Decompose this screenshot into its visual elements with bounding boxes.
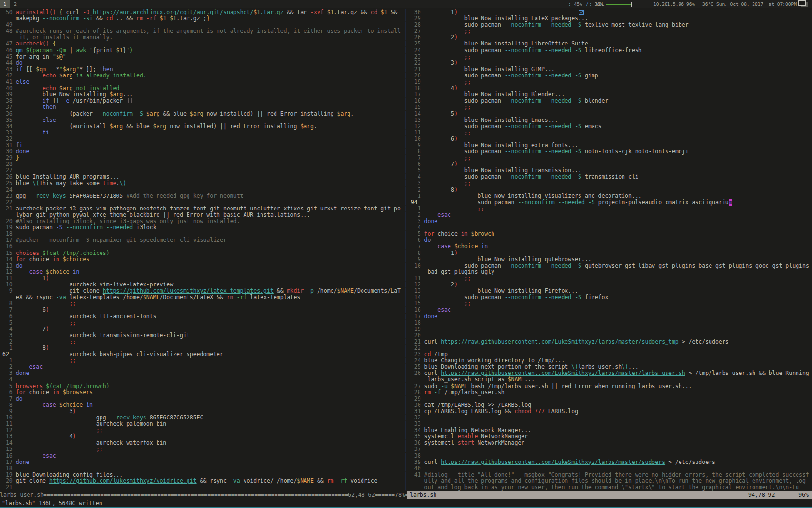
line-number: 45 bbox=[2, 53, 16, 60]
volume-slider-handle[interactable] bbox=[631, 2, 632, 7]
line-number bbox=[411, 376, 424, 383]
line-number: 16 bbox=[411, 306, 424, 313]
line-number bbox=[411, 484, 424, 491]
line-number: 41 bbox=[411, 471, 424, 478]
line-number: 37 bbox=[2, 104, 16, 110]
code-row: | 31 cp /LARBS.log LARBS.log && chmod 77… bbox=[404, 408, 812, 415]
split-separator: | bbox=[404, 173, 411, 180]
code-row: | 3 ;; bbox=[404, 180, 812, 187]
code-row: 38 if [[ -e /usr/bin/packer ]] bbox=[2, 98, 406, 104]
line-number: 13 bbox=[2, 433, 16, 440]
code-row: 17 done bbox=[2, 459, 406, 465]
line-number: 29 bbox=[2, 154, 16, 161]
code-row: 42 echo $arg is already installed. bbox=[2, 73, 406, 79]
split-separator: | bbox=[404, 262, 411, 269]
line-number: 17 bbox=[2, 459, 16, 465]
line-number: 29 bbox=[411, 395, 424, 402]
split-separator: | bbox=[404, 186, 411, 193]
code-row: 36 (packer --noconfirm -S $arg && blue $… bbox=[2, 111, 406, 117]
code-row: 2 esac bbox=[2, 364, 406, 370]
line-number: 21 bbox=[411, 66, 424, 73]
split-separator: | bbox=[404, 60, 411, 66]
line-number: 17 bbox=[2, 237, 16, 243]
line-number: 9 bbox=[411, 142, 424, 149]
line-number: 15 bbox=[411, 104, 424, 110]
line-number: 7 bbox=[2, 395, 16, 402]
line-number: 13 bbox=[2, 262, 16, 269]
line-number: 33 bbox=[411, 420, 424, 427]
line-number bbox=[411, 269, 424, 275]
line-number: 33 bbox=[2, 129, 16, 136]
split-separator: | bbox=[404, 383, 411, 389]
line-number: 16 bbox=[2, 243, 16, 250]
split-separator: | bbox=[404, 148, 411, 155]
line-number: 8 bbox=[2, 300, 16, 307]
statusline-active: larbs.sh 94,78-92 96% bbox=[407, 491, 812, 499]
line-number: 38 bbox=[2, 97, 16, 104]
split-separator: | bbox=[404, 427, 411, 433]
code-row: 8 ;; bbox=[2, 300, 406, 307]
line-number: 12 bbox=[411, 281, 424, 288]
line-number: 8 bbox=[411, 148, 424, 155]
code-row: | 16 esac bbox=[404, 307, 812, 313]
line-number: 24 bbox=[411, 357, 424, 364]
statusline-cursor-position: 94,78-92 bbox=[748, 491, 775, 499]
statusline-filename: larbs.sh bbox=[410, 491, 436, 499]
systray-monitor-icon[interactable] bbox=[798, 0, 809, 8]
line-number: 23 bbox=[411, 53, 424, 60]
split-separator: | bbox=[404, 154, 411, 161]
line-number: 10 bbox=[2, 414, 16, 421]
line-number: 26 bbox=[411, 34, 424, 41]
code-row: 17 #packer --noconfirm -S ncpamixer-git … bbox=[2, 237, 406, 243]
split-separator: | bbox=[404, 47, 411, 54]
split-separator: | bbox=[404, 465, 411, 472]
workspace-button-2[interactable]: 2 bbox=[11, 0, 20, 8]
line-number: 3 bbox=[411, 180, 424, 187]
line-number: 9 bbox=[2, 408, 16, 415]
split-separator: | bbox=[404, 180, 411, 187]
line-number: 13 bbox=[411, 287, 424, 294]
code-row: | 18 bbox=[404, 320, 812, 326]
line-number: 22 bbox=[411, 60, 424, 66]
split-separator: | bbox=[404, 294, 411, 300]
split-separator: | bbox=[404, 433, 411, 440]
vim-pane-larbs-user-sh[interactable]: 50 aurinstall() { curl -O https://aur.ar… bbox=[0, 8, 406, 492]
code-row: 5 ;; bbox=[2, 320, 406, 326]
volume-slider[interactable] bbox=[606, 0, 652, 8]
split-separator: | bbox=[404, 250, 411, 256]
split-separator: | bbox=[404, 97, 411, 104]
split-separator: | bbox=[404, 243, 411, 250]
line-number: 31 bbox=[411, 408, 424, 415]
code-row: | 19 ;; bbox=[404, 79, 812, 85]
line-number: 35 bbox=[411, 433, 424, 440]
split-separator: | bbox=[404, 161, 411, 167]
split-separator: | bbox=[404, 363, 411, 370]
code-row: | 37 bbox=[404, 446, 812, 452]
ip-address: 10.201.5.96 bbox=[653, 0, 684, 8]
line-number: 6 bbox=[2, 389, 16, 396]
line-number: 15 bbox=[411, 300, 424, 307]
line-number: 46 bbox=[2, 47, 16, 54]
split-separator: | bbox=[404, 34, 411, 41]
split-separator: | bbox=[404, 351, 411, 358]
workspace-button-1[interactable]: 1 bbox=[0, 0, 10, 8]
line-number: 25 bbox=[2, 180, 16, 187]
split-separator: | bbox=[404, 357, 411, 364]
line-number: 10 bbox=[411, 262, 424, 269]
split-separator: | bbox=[404, 15, 411, 22]
split-separator: | bbox=[404, 218, 411, 224]
line-number: 36 bbox=[411, 439, 424, 446]
split-separator: | bbox=[404, 408, 411, 415]
split-separator: | bbox=[404, 142, 411, 149]
split-separator: | bbox=[404, 471, 411, 478]
line-number: 4 bbox=[2, 326, 16, 332]
code-row: 6 for choice in $browsers bbox=[2, 389, 406, 396]
line-number: 11 bbox=[411, 275, 424, 282]
desktop: 1 2 : 45% / : 36% VOL 10.201.5.96 96% 36… bbox=[0, 0, 812, 508]
split-separator: | bbox=[404, 211, 411, 218]
line-number: 1 bbox=[411, 205, 424, 212]
line-number: 37 bbox=[411, 446, 424, 452]
vim-pane-larbs-sh[interactable]: | 30 1)| 29 blue Now installing LaTeX pa… bbox=[404, 8, 812, 492]
line-number: 12 bbox=[2, 427, 16, 433]
code-row: 34 (aurinstall $arg && blue $arg now ins… bbox=[2, 123, 406, 130]
